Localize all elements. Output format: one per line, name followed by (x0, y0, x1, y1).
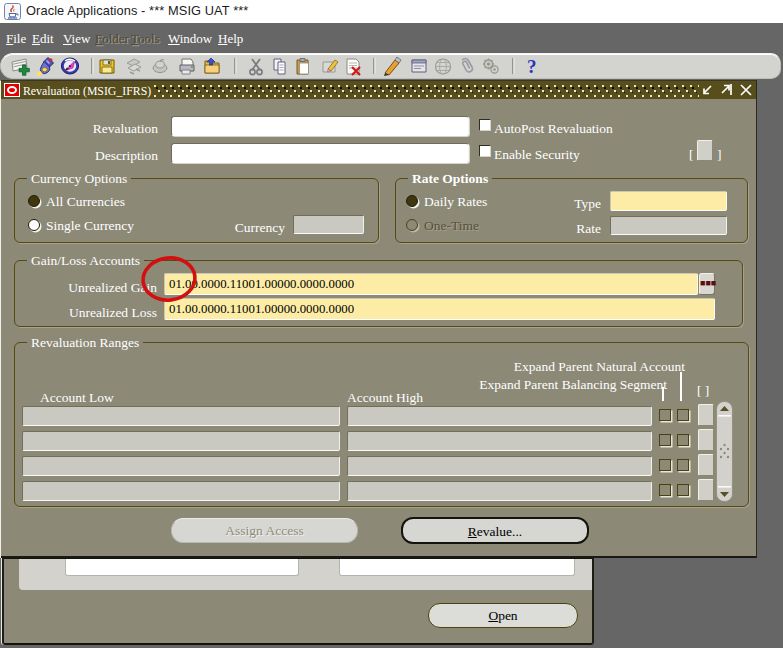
svg-text:?: ? (527, 56, 537, 77)
